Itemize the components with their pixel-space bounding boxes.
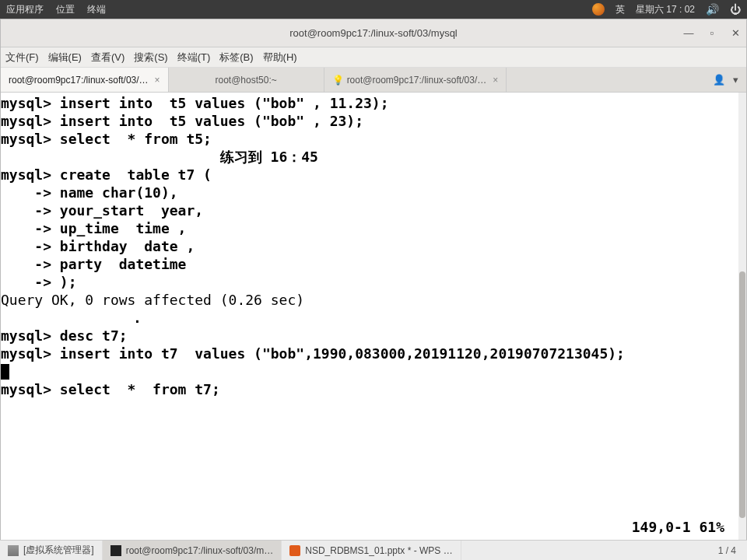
- volume-icon[interactable]: 🔊: [706, 3, 719, 16]
- terminal-line: -> name char(10),: [1, 184, 746, 201]
- terminal-line: 练习到 16：45: [1, 148, 746, 166]
- window-titlebar[interactable]: root@room9pc17:/linux-soft/03/mysql — ▫ …: [1, 19, 746, 47]
- profile-button[interactable]: 👤: [713, 74, 725, 86]
- tab-label: root@room9pc17:/linux-soft/03/…: [9, 75, 149, 86]
- taskbar-item-terminal[interactable]: root@room9pc17:/linux-soft/03/m…: [103, 541, 282, 560]
- terminal-line: mysql> select * from t7;: [1, 380, 746, 398]
- terminal-cursor: [1, 364, 9, 380]
- terminal-line: mysql> insert into t5 values ("bob" , 23…: [1, 112, 746, 130]
- panel-places[interactable]: 位置: [56, 3, 75, 16]
- wps-icon: [289, 545, 300, 556]
- menubar: 文件(F) 编辑(E) 查看(V) 搜索(S) 终端(T) 标签(B) 帮助(H…: [1, 47, 746, 68]
- terminal-tab-row: root@room9pc17:/linux-soft/03/… × root@h…: [1, 68, 746, 93]
- menu-file[interactable]: 文件(F): [5, 51, 39, 65]
- taskbar-label: NSD_RDBMS1_01.pptx * - WPS …: [305, 545, 452, 556]
- tab-close-icon[interactable]: ×: [486, 75, 498, 86]
- terminal-line: Query OK, 0 rows affected (0.26 sec): [1, 291, 746, 309]
- input-method-indicator[interactable]: 英: [615, 3, 625, 16]
- terminal-window: root@room9pc17:/linux-soft/03/mysql — ▫ …: [0, 19, 747, 540]
- terminal-line: mysql> insert into t7 values ("bob",1990…: [1, 345, 746, 362]
- clock[interactable]: 星期六 17 : 02: [636, 3, 695, 16]
- terminal-line: .: [1, 309, 746, 327]
- taskbar-label: [虚拟系统管理器]: [23, 544, 94, 557]
- taskbar-label: root@room9pc17:/linux-soft/03/m…: [126, 545, 274, 556]
- menu-dropdown-icon[interactable]: ▾: [733, 74, 738, 86]
- maximize-button[interactable]: ▫: [706, 27, 718, 39]
- tab-label: root@room9pc17:/linux-soft/03/…: [347, 75, 487, 86]
- power-icon[interactable]: ⏻: [730, 3, 741, 16]
- panel-terminal[interactable]: 终端: [87, 3, 106, 16]
- terminal-tab-1[interactable]: root@host50:~: [169, 68, 324, 92]
- terminal-line: mysql> create table t7 (: [1, 166, 746, 184]
- terminal-line: mysql> insert into t5 values ("bob" , 11…: [1, 94, 746, 112]
- menu-edit[interactable]: 编辑(E): [48, 51, 82, 65]
- menu-terminal[interactable]: 终端(T): [177, 51, 211, 65]
- vim-status-line: 149,0-1 61%: [632, 518, 724, 536]
- menu-view[interactable]: 查看(V): [91, 51, 124, 65]
- minimize-button[interactable]: —: [682, 27, 695, 39]
- menu-tabs[interactable]: 标签(B): [219, 51, 253, 65]
- terminal-tab-2[interactable]: 💡 root@room9pc17:/linux-soft/03/… ×: [324, 68, 507, 92]
- taskbar-item-wps[interactable]: NSD_RDBMS1_01.pptx * - WPS …: [282, 541, 461, 560]
- terminal-line: -> up_time time ,: [1, 219, 746, 237]
- tab-close-icon[interactable]: ×: [149, 75, 160, 86]
- notification-icon[interactable]: [592, 3, 605, 16]
- terminal-icon: [110, 545, 121, 556]
- terminal-viewport[interactable]: mysql> insert into t5 values ("bob" , 11…: [1, 93, 746, 541]
- window-title: root@room9pc17:/linux-soft/03/mysql: [289, 27, 458, 39]
- terminal-line: -> );: [1, 273, 746, 291]
- desktop-top-panel: 应用程序 位置 终端 英 星期六 17 : 02 🔊 ⏻: [0, 0, 747, 19]
- terminal-line: [1, 362, 746, 380]
- panel-app-menu[interactable]: 应用程序: [6, 3, 44, 16]
- workspace-indicator[interactable]: 1 / 4: [707, 545, 747, 556]
- terminal-tab-0[interactable]: root@room9pc17:/linux-soft/03/… ×: [1, 68, 169, 92]
- close-button[interactable]: ✕: [729, 27, 742, 39]
- terminal-line: -> party datetime: [1, 255, 746, 273]
- vmm-icon: [8, 545, 19, 556]
- terminal-line: -> birthday date ,: [1, 237, 746, 255]
- terminal-line: -> your_start year,: [1, 201, 746, 219]
- scrollbar-thumb[interactable]: [739, 271, 745, 518]
- taskbar-item-vmm[interactable]: [虚拟系统管理器]: [0, 541, 103, 560]
- menu-search[interactable]: 搜索(S): [134, 51, 167, 65]
- tab-label: root@host50:~: [216, 75, 277, 86]
- terminal-line: mysql> desc t7;: [1, 327, 746, 345]
- menu-help[interactable]: 帮助(H): [263, 51, 297, 65]
- terminal-line: mysql> select * from t5;: [1, 130, 746, 148]
- bulb-icon: 💡: [332, 75, 344, 86]
- terminal-scrollbar[interactable]: [738, 93, 746, 541]
- desktop-taskbar: [虚拟系统管理器] root@room9pc17:/linux-soft/03/…: [0, 540, 747, 560]
